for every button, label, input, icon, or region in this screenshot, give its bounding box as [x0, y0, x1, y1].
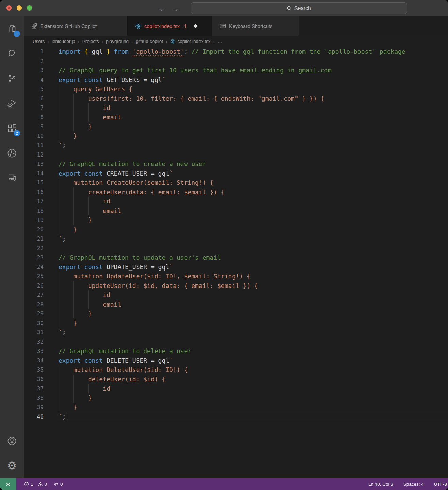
code-area[interactable]: 1import { gql } from 'apollo-boost'; // …	[24, 47, 448, 478]
code-line[interactable]: 33// GraphQL mutation to delete a user	[24, 346, 448, 356]
code-line[interactable]: 37 id	[24, 384, 448, 393]
tab-extension-github-copilot[interactable]: Extension: GitHub Copilot	[24, 16, 128, 36]
encoding-setting[interactable]: UTF-8	[434, 481, 447, 487]
code-line[interactable]: 38 }	[24, 393, 448, 403]
breadcrumb-item[interactable]: playground	[106, 39, 129, 44]
line-number: 36	[24, 375, 44, 384]
code-line[interactable]: 17 id	[24, 197, 448, 206]
code-line[interactable]: 2	[24, 56, 448, 66]
sidebar-item-run-debug[interactable]	[0, 91, 24, 116]
remote-indicator[interactable]	[0, 478, 16, 490]
code-line[interactable]: 34export const DELETE_USER = gql`	[24, 356, 448, 365]
sidebar-item-settings[interactable]: ⚙	[0, 453, 24, 478]
breadcrumb-item[interactable]: copilot-index.tsx	[178, 39, 211, 44]
sidebar-item-explorer[interactable]: 1	[0, 16, 24, 41]
tab-copilot-index-tsx[interactable]: copilot-index.tsx 1	[128, 16, 212, 36]
code-line[interactable]: 8 email	[24, 113, 448, 122]
tab-keyboard-shortcuts[interactable]: Keyboard Shortcuts	[212, 16, 299, 36]
title-bar: ← → Search	[0, 0, 448, 16]
code-line[interactable]: 19 }	[24, 215, 448, 225]
indentation-setting[interactable]: Spaces: 4	[403, 481, 424, 487]
sidebar-item-search[interactable]	[0, 41, 24, 66]
modified-dot-icon[interactable]	[194, 24, 197, 28]
sidebar-item-comments[interactable]	[0, 165, 24, 190]
line-number: 5	[24, 84, 44, 94]
code-line[interactable]: 39 }	[24, 403, 448, 412]
code-line[interactable]: 1import { gql } from 'apollo-boost'; // …	[24, 47, 448, 56]
code-line[interactable]: 4export const GET_USERS = gql`	[24, 75, 448, 85]
line-number: 22	[24, 244, 44, 253]
indent-guide	[73, 300, 74, 309]
code-line[interactable]: 32	[24, 337, 448, 347]
indent-guide	[88, 300, 89, 309]
code-line[interactable]: 11`;	[24, 141, 448, 150]
indent-guide	[59, 375, 59, 384]
code-line[interactable]: 21`;	[24, 234, 448, 244]
indent-guide	[88, 384, 89, 393]
code-line[interactable]: 16 createUser(data: { email: $email }) {	[24, 187, 448, 197]
minimize-button[interactable]	[17, 5, 22, 11]
line-number: 18	[24, 206, 44, 216]
indent-guide	[59, 187, 59, 197]
breadcrumb-item[interactable]: Projects	[82, 39, 99, 44]
code-line[interactable]: 40`;	[24, 412, 448, 422]
code-line[interactable]: 3// GraphQL query to get first 10 users …	[24, 66, 448, 75]
code-line[interactable]: 31`;	[24, 328, 448, 337]
breadcrumb-item[interactable]: github-copilot	[136, 39, 163, 44]
code-line[interactable]: 22	[24, 244, 448, 253]
code-line[interactable]: 35 mutation DeleteUser($id: ID!) {	[24, 365, 448, 375]
breadcrumb-separator: ›	[131, 39, 133, 44]
indent-guide	[59, 84, 59, 94]
code-line[interactable]: 20 }	[24, 225, 448, 234]
sidebar-item-extensions[interactable]: 2	[0, 116, 24, 141]
code-line[interactable]: 9 }	[24, 122, 448, 131]
code-line[interactable]: 24export const UPDATE_USER = gql`	[24, 262, 448, 272]
activity-bar: 1 2	[0, 16, 24, 478]
sidebar-item-source-control[interactable]	[0, 66, 24, 91]
code-line[interactable]: 14export const CREATE_USER = gql`	[24, 169, 448, 178]
indent-guide	[73, 103, 74, 113]
line-number: 13	[24, 159, 44, 169]
code-line[interactable]: 36 deleteUser(id: $id) {	[24, 375, 448, 384]
code-line[interactable]: 23// GraphQL mutation to update a user's…	[24, 253, 448, 262]
breadcrumb-item[interactable]: …	[218, 39, 222, 44]
code-line[interactable]: 7 id	[24, 103, 448, 113]
code-line[interactable]: 28 email	[24, 300, 448, 309]
indent-guide	[59, 94, 59, 103]
code-line[interactable]: 5 query GetUsers {	[24, 84, 448, 94]
cursor-position[interactable]: Ln 40, Col 3	[368, 481, 393, 487]
sidebar-item-account[interactable]	[0, 428, 24, 453]
breadcrumb[interactable]: Users›leniduderija›Projects›playground›g…	[24, 36, 448, 47]
debug-icon	[7, 98, 17, 108]
zoom-button[interactable]	[27, 5, 32, 11]
circle-branch-icon	[7, 148, 17, 158]
command-center-search[interactable]: Search	[191, 2, 407, 14]
status-bar: 1 0 0 Ln 40, Col 3 Spaces: 4 UTF-8	[0, 478, 448, 490]
close-button[interactable]	[6, 5, 12, 11]
forward-arrow-icon[interactable]: →	[171, 4, 179, 12]
problems-indicator[interactable]: 1 0	[24, 481, 47, 487]
line-number: 37	[24, 384, 44, 393]
indent-guide	[88, 113, 89, 122]
code-line[interactable]: 13// GraphQL mutation to create a new us…	[24, 159, 448, 169]
code-line[interactable]: 12	[24, 150, 448, 160]
code-line[interactable]: 10 }	[24, 131, 448, 141]
code-line[interactable]: 30 }	[24, 318, 448, 328]
back-arrow-icon[interactable]: ←	[159, 4, 166, 12]
sidebar-item-git-graph[interactable]	[0, 141, 24, 165]
code-line[interactable]: 6 users(first: 10, filter: { email: { en…	[24, 94, 448, 103]
code-line[interactable]: 18 email	[24, 206, 448, 216]
code-line[interactable]: 27 id	[24, 290, 448, 300]
code-line[interactable]: 26 updateUser(id: $id, data: { email: $e…	[24, 281, 448, 291]
line-number: 39	[24, 403, 44, 412]
code-line[interactable]: 15 mutation CreateUser($email: String!) …	[24, 178, 448, 187]
line-number: 3	[24, 66, 44, 75]
line-number: 14	[24, 169, 44, 178]
indent-guide	[59, 384, 59, 393]
breadcrumb-item[interactable]: leniduderija	[52, 39, 75, 44]
code-line[interactable]: 29 }	[24, 309, 448, 318]
breadcrumb-item[interactable]: Users	[33, 39, 45, 44]
code-line[interactable]: 25 mutation UpdateUser($id: ID!, $email:…	[24, 272, 448, 281]
line-number: 29	[24, 309, 44, 318]
broadcast-indicator[interactable]: 0	[53, 481, 63, 487]
